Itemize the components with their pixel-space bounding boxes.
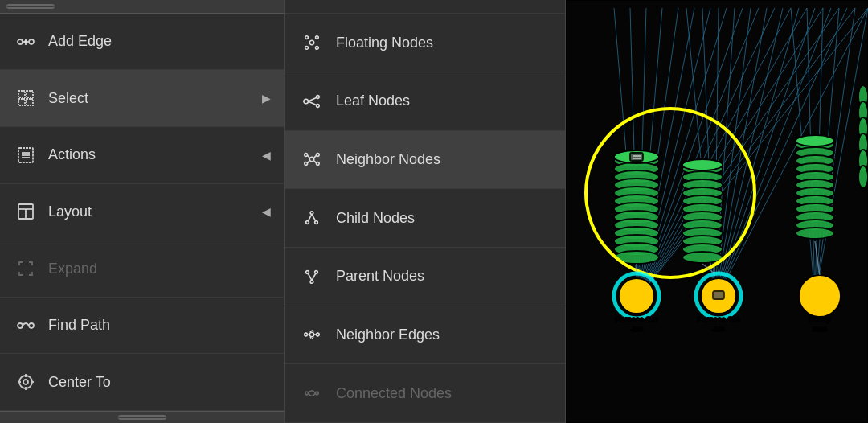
- svg-text:↑: ↑: [635, 144, 638, 150]
- sidebar-item-select[interactable]: Select ▶: [0, 70, 284, 127]
- svg-point-0: [18, 39, 23, 44]
- find-path-icon: [14, 314, 37, 337]
- svg-line-52: [312, 273, 316, 280]
- graph-area[interactable]: ↑ ↑ Furnace Cre -190 Furnace Cre -100 Be…: [566, 0, 868, 423]
- svg-text:Beatty: Beatty: [809, 315, 831, 323]
- svg-line-41: [308, 161, 310, 163]
- svg-rect-5: [18, 91, 25, 97]
- svg-point-49: [306, 270, 309, 273]
- green-nodes-right: [796, 135, 834, 239]
- find-path-label: Find Path: [48, 317, 110, 334]
- child-nodes-icon: [301, 207, 323, 229]
- center-to-label: Center To: [48, 374, 111, 391]
- svg-point-135: [796, 135, 834, 146]
- svg-point-37: [305, 162, 308, 166]
- svg-rect-7: [18, 99, 25, 105]
- neighbor-edges-label: Neighbor Edges: [336, 326, 440, 343]
- sidebar-top-bar: [0, 0, 284, 14]
- floating-nodes-icon: [301, 31, 323, 54]
- svg-text:Furnace Cre: Furnace Cre: [698, 315, 740, 323]
- sidebar-item-actions[interactable]: Actions ◀: [0, 127, 284, 184]
- svg-line-42: [314, 161, 317, 163]
- svg-point-44: [306, 221, 309, 224]
- submenu-select: Floating Nodes Leaf Nodes: [285, 0, 566, 423]
- select-label: Select: [48, 90, 88, 107]
- svg-line-46: [308, 215, 312, 221]
- svg-text:-190: -190: [630, 326, 644, 333]
- svg-point-50: [315, 270, 318, 273]
- expand-label: Expand: [48, 261, 97, 277]
- svg-point-17: [29, 323, 34, 328]
- svg-point-35: [305, 154, 308, 157]
- submenu-item-leaf-nodes[interactable]: Leaf Nodes: [285, 72, 565, 131]
- submenu-item-neighbor-edges[interactable]: Neighbor Edges: [285, 306, 565, 365]
- svg-point-4: [24, 40, 27, 43]
- svg-line-33: [308, 101, 316, 105]
- svg-rect-151: [713, 291, 724, 299]
- svg-point-31: [317, 104, 320, 107]
- svg-text:↑: ↑: [701, 153, 704, 158]
- green-nodes-mid-left: [682, 159, 723, 263]
- svg-point-29: [304, 99, 309, 104]
- layout-label: Layout: [48, 203, 92, 220]
- svg-point-154: [799, 275, 841, 317]
- neighbor-edges-icon: [301, 323, 323, 346]
- svg-point-59: [316, 392, 319, 395]
- svg-point-43: [310, 212, 313, 215]
- sidebar-item-expand: Expand: [0, 240, 284, 298]
- neighbor-nodes-icon: [301, 148, 323, 170]
- sidebar-item-center-to[interactable]: Center To: [0, 354, 284, 411]
- submenu-item-parent-nodes[interactable]: Parent Nodes: [285, 248, 565, 306]
- neighbor-nodes-label: Neighbor Nodes: [336, 151, 440, 168]
- green-nodes-far-right: [858, 85, 868, 188]
- svg-point-55: [317, 334, 320, 337]
- svg-line-47: [312, 215, 316, 221]
- svg-point-54: [305, 334, 308, 337]
- leaf-nodes-icon: [301, 90, 323, 113]
- svg-point-38: [317, 162, 320, 166]
- parent-nodes-label: Parent Nodes: [336, 268, 424, 285]
- leaf-nodes-label: Leaf Nodes: [336, 92, 410, 109]
- expand-icon: [14, 257, 37, 280]
- sidebar-item-add-edge[interactable]: Add Edge: [0, 14, 284, 71]
- submenu-item-floating-nodes[interactable]: Floating Nodes: [285, 14, 565, 72]
- svg-line-32: [308, 97, 316, 101]
- actions-label: Actions: [48, 146, 96, 163]
- svg-line-40: [314, 156, 317, 158]
- svg-point-27: [305, 47, 309, 50]
- svg-rect-160: [630, 153, 643, 161]
- svg-point-53: [309, 333, 314, 338]
- parent-nodes-icon: [301, 265, 323, 288]
- svg-point-58: [305, 392, 309, 395]
- layout-icon: [14, 200, 37, 223]
- green-nodes-left: [614, 150, 659, 264]
- sidebar-item-find-path[interactable]: Find Path: [0, 298, 284, 355]
- sidebar: Add Edge Select ▶ Actions ◀: [0, 0, 285, 423]
- svg-point-146: [619, 278, 654, 314]
- wave-decoration-bottom: [118, 415, 166, 420]
- svg-point-18: [23, 380, 28, 384]
- svg-point-36: [317, 154, 320, 157]
- submenu-item-connected-nodes: Connected Nodes: [285, 364, 565, 423]
- sidebar-item-layout[interactable]: Layout ◀: [0, 184, 284, 241]
- svg-line-51: [308, 273, 312, 280]
- svg-text:Furnace Cre: Furnace Cre: [616, 315, 658, 323]
- svg-point-134: [796, 228, 834, 239]
- sidebar-bottom-bar: [0, 411, 284, 423]
- submenu-item-child-nodes[interactable]: Child Nodes: [285, 189, 565, 248]
- connected-nodes-label: Connected Nodes: [336, 385, 452, 402]
- floating-nodes-label: Floating Nodes: [336, 35, 433, 51]
- svg-point-1: [29, 39, 34, 44]
- actions-icon: [14, 144, 37, 166]
- svg-point-19: [19, 376, 32, 388]
- svg-point-30: [317, 95, 320, 98]
- select-arrow-right: ▶: [262, 92, 271, 105]
- svg-point-26: [316, 36, 319, 39]
- submenu-item-neighbor-nodes[interactable]: Neighbor Nodes: [285, 131, 565, 190]
- connected-nodes-icon: [301, 382, 323, 405]
- svg-point-25: [305, 36, 309, 39]
- add-edge-label: Add Edge: [48, 33, 112, 50]
- actions-arrow-left: ◀: [262, 149, 271, 162]
- graph-svg: ↑ ↑ Furnace Cre -190 Furnace Cre -100 Be…: [566, 0, 868, 423]
- svg-point-121: [682, 252, 723, 263]
